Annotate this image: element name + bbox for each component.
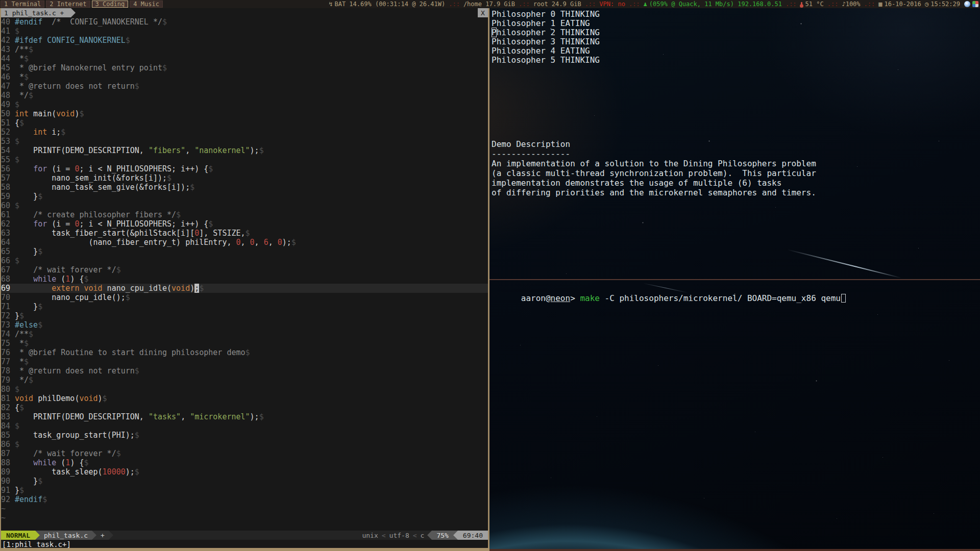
- workspace-button[interactable]: 4 Music: [130, 1, 163, 8]
- code-line[interactable]: 55$: [1, 155, 488, 164]
- line-number: 68: [1, 274, 15, 284]
- tray-monitor-icon[interactable]: [972, 1, 978, 7]
- terminal-output-line: Philosopher 1 EATING: [492, 19, 600, 28]
- empty-line-tilde: ~: [1, 504, 488, 513]
- code-line[interactable]: 61 /* create philosopher fibers */$: [1, 210, 488, 219]
- line-number: 45: [1, 63, 15, 72]
- code-line[interactable]: 59 }$: [1, 192, 488, 201]
- code-line[interactable]: 42#ifdef CONFIG_NANOKERNEL$: [1, 36, 488, 45]
- terminal-output-line: Philosopher 2 THINKING: [492, 28, 600, 37]
- vim-tabline: 1 phil_task.c + X: [1, 8, 488, 17]
- separator: .::: [625, 1, 644, 8]
- code-line[interactable]: 51{$: [1, 118, 488, 128]
- code-line[interactable]: 76 * @brief Routine to start dining phil…: [1, 348, 488, 357]
- line-number: 52: [1, 128, 15, 137]
- code-line[interactable]: 88 while (1) {$: [1, 458, 488, 467]
- line-number: 40: [1, 17, 15, 27]
- code-line[interactable]: 73#else$: [1, 320, 488, 330]
- code-line[interactable]: 57 nano_sem_init(&forks[i]);$: [1, 173, 488, 183]
- code-area[interactable]: 40#endif /* CONFIG_NANOKERNEL */$41$42#i…: [1, 17, 488, 531]
- code-line[interactable]: 81void philDemo(void)$: [1, 394, 488, 403]
- code-line[interactable]: 83 PRINTF(DEMO_DESCRIPTION, "tasks", "mi…: [1, 412, 488, 421]
- demo-line: An implementation of a solution to the D…: [492, 159, 816, 168]
- line-number: 91: [1, 486, 15, 495]
- code-line[interactable]: 49$: [1, 100, 488, 109]
- pane-separator: [489, 279, 980, 280]
- code-line[interactable]: 77 *$: [1, 357, 488, 366]
- code-line[interactable]: 46 *$: [1, 72, 488, 82]
- line-number: 84: [1, 421, 15, 431]
- vim-tab[interactable]: 1 phil_task.c +: [1, 8, 71, 17]
- code-line[interactable]: 82{$: [1, 403, 488, 412]
- code-line[interactable]: 70 nano_cpu_idle();$: [1, 293, 488, 302]
- code-line[interactable]: 92#endif$: [1, 495, 488, 504]
- workspace-button[interactable]: 2 Internet: [46, 1, 90, 8]
- separator: .::: [861, 1, 879, 8]
- code-line[interactable]: 63 task_fiber_start(&philStack[i][0], ST…: [1, 229, 488, 238]
- scroll-percent: 75%: [432, 531, 453, 540]
- code-line[interactable]: 91}$: [1, 486, 488, 495]
- code-line[interactable]: 48 */$: [1, 91, 488, 100]
- code-line[interactable]: 66$: [1, 256, 488, 265]
- code-line[interactable]: 84$: [1, 421, 488, 431]
- code-line[interactable]: 44 *$: [1, 54, 488, 63]
- code-line[interactable]: 41$: [1, 27, 488, 36]
- code-line[interactable]: 90 }$: [1, 477, 488, 486]
- separator: .::: [445, 1, 463, 8]
- code-line[interactable]: 54 PRINTF(DEMO_DESCRIPTION, "fibers", "n…: [1, 146, 488, 155]
- code-line[interactable]: 68 while (1) {$: [1, 274, 488, 284]
- demo-line: Demo Description: [492, 139, 816, 149]
- code-line[interactable]: 45 * @brief Nanokernel entry point$: [1, 63, 488, 72]
- code-line[interactable]: 65 }$: [1, 247, 488, 256]
- code-line[interactable]: 75 *$: [1, 339, 488, 348]
- prompt-host: neon: [551, 293, 571, 303]
- file-encoding: utf-8: [389, 532, 409, 539]
- code-line[interactable]: 50int main(void)$: [1, 109, 488, 118]
- code-line[interactable]: 52 int i;$: [1, 128, 488, 137]
- workspace-button[interactable]: 3 Coding: [92, 1, 129, 8]
- code-line[interactable]: 80$: [1, 385, 488, 394]
- line-number: 67: [1, 265, 15, 274]
- code-line[interactable]: 72}$: [1, 311, 488, 320]
- code-line[interactable]: 74/**$: [1, 330, 488, 339]
- tab-close-button[interactable]: X: [478, 8, 488, 17]
- code-line[interactable]: 78 * @return does not return$: [1, 366, 488, 375]
- terminal-output-line: Philosopher 5 THINKING: [492, 56, 600, 65]
- code-line[interactable]: 64 (nano_fiber_entry_t) philEntry, 0, 0,…: [1, 238, 488, 247]
- tray-bulb-icon[interactable]: [964, 1, 970, 7]
- line-number: 53: [1, 137, 15, 146]
- volume-level: 100%: [846, 1, 861, 8]
- code-line[interactable]: 58 nano_task_sem_give(&forks[i]);$: [1, 183, 488, 192]
- code-line[interactable]: 71 }$: [1, 302, 488, 311]
- i3-status-bar: 1 Terminal2 Internet3 Coding4 Music ↯BAT…: [0, 0, 980, 8]
- code-line[interactable]: 53$: [1, 137, 488, 146]
- line-number: 76: [1, 348, 15, 357]
- workspace-button[interactable]: 1 Terminal: [1, 1, 44, 8]
- line-number: 57: [1, 173, 15, 183]
- code-line[interactable]: 47 * @return does not return$: [1, 82, 488, 91]
- code-line[interactable]: 86$: [1, 440, 488, 449]
- powerline-arrow-icon: [427, 531, 432, 540]
- code-line[interactable]: 67 /* wait forever */$: [1, 265, 488, 274]
- code-line[interactable]: 56 for (i = 0; i < N_PHILOSOPHERS; i++) …: [1, 164, 488, 173]
- shell-prompt[interactable]: aaron@neon> make -C philosophers/microke…: [492, 284, 846, 313]
- thin-separator: <: [409, 532, 421, 539]
- line-number: 70: [1, 293, 15, 302]
- code-line[interactable]: 40#endif /* CONFIG_NANOKERNEL */$: [1, 17, 488, 27]
- code-line[interactable]: 43/**$: [1, 45, 488, 54]
- line-number: 66: [1, 256, 15, 265]
- code-line[interactable]: 85 task_group_start(PHI);$: [1, 431, 488, 440]
- terminal-pane[interactable]: Philosopher 0 THINKINGPhilosopher 1 EATI…: [489, 8, 980, 549]
- line-number: 54: [1, 146, 15, 155]
- code-line[interactable]: 87 /* wait forever */$: [1, 449, 488, 458]
- cpu-temperature: 51 °C: [805, 1, 824, 8]
- disk-root: root 24.9 GiB: [533, 1, 581, 8]
- code-line[interactable]: 69 extern void nano_cpu_idle(void);$: [1, 284, 488, 293]
- code-line[interactable]: 79 */$: [1, 375, 488, 385]
- disk-home: /home 17.9 GiB: [463, 1, 515, 8]
- separator: .::: [515, 1, 533, 8]
- code-line[interactable]: 89 task_sleep(10000);$: [1, 467, 488, 477]
- line-number: 48: [1, 91, 15, 100]
- code-line[interactable]: 60$: [1, 201, 488, 210]
- code-line[interactable]: 62 for (i = 0; i < N_PHILOSOPHERS; i++) …: [1, 219, 488, 229]
